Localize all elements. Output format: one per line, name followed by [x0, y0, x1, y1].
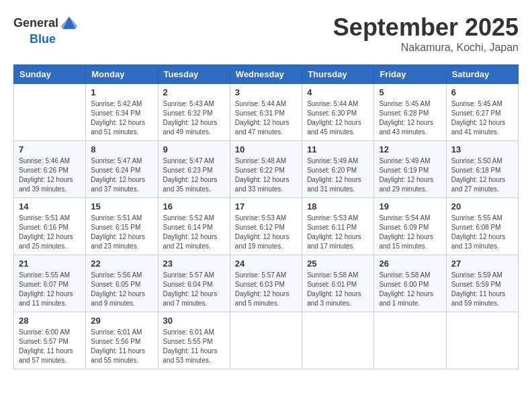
- weekday-header-row: SundayMondayTuesdayWednesdayThursdayFrid…: [14, 65, 519, 84]
- day-number: 16: [163, 201, 225, 212]
- day-number: 21: [19, 259, 81, 269]
- day-info: Sunrise: 5:57 AM Sunset: 6:04 PM Dayligh…: [163, 271, 225, 308]
- calendar-cell: [14, 84, 86, 141]
- calendar-week-row: 28Sunrise: 6:00 AM Sunset: 5:57 PM Dayli…: [14, 312, 519, 369]
- calendar-cell: 25Sunrise: 5:58 AM Sunset: 6:01 PM Dayli…: [302, 255, 374, 312]
- weekday-header-sunday: Sunday: [14, 65, 86, 84]
- day-number: 3: [235, 87, 297, 97]
- day-info: Sunrise: 5:51 AM Sunset: 6:16 PM Dayligh…: [19, 214, 81, 251]
- calendar-cell: 26Sunrise: 5:58 AM Sunset: 6:00 PM Dayli…: [374, 255, 446, 312]
- day-number: 30: [163, 316, 225, 326]
- calendar-cell: 22Sunrise: 5:56 AM Sunset: 6:05 PM Dayli…: [86, 255, 158, 312]
- calendar-cell: 27Sunrise: 5:59 AM Sunset: 5:59 PM Dayli…: [446, 255, 518, 312]
- day-info: Sunrise: 5:46 AM Sunset: 6:26 PM Dayligh…: [19, 156, 81, 194]
- day-info: Sunrise: 5:45 AM Sunset: 6:28 PM Dayligh…: [379, 99, 441, 137]
- day-number: 26: [379, 259, 441, 269]
- day-number: 12: [379, 144, 441, 154]
- day-info: Sunrise: 5:45 AM Sunset: 6:27 PM Dayligh…: [451, 99, 513, 137]
- weekday-header-saturday: Saturday: [446, 65, 518, 84]
- calendar-cell: 30Sunrise: 6:01 AM Sunset: 5:55 PM Dayli…: [158, 312, 230, 369]
- calendar-cell: 10Sunrise: 5:48 AM Sunset: 6:22 PM Dayli…: [230, 141, 302, 198]
- day-info: Sunrise: 5:53 AM Sunset: 6:12 PM Dayligh…: [235, 214, 297, 251]
- calendar-cell: 11Sunrise: 5:49 AM Sunset: 6:20 PM Dayli…: [302, 141, 374, 198]
- day-number: 10: [235, 144, 297, 154]
- day-number: 19: [379, 201, 441, 212]
- calendar-cell: 18Sunrise: 5:53 AM Sunset: 6:11 PM Dayli…: [302, 198, 374, 255]
- calendar-week-row: 14Sunrise: 5:51 AM Sunset: 6:16 PM Dayli…: [14, 198, 519, 255]
- day-number: 11: [307, 144, 369, 154]
- day-number: 20: [451, 201, 513, 212]
- calendar-cell: 15Sunrise: 5:51 AM Sunset: 6:15 PM Dayli…: [86, 198, 158, 255]
- calendar-week-row: 21Sunrise: 5:55 AM Sunset: 6:07 PM Dayli…: [14, 255, 519, 312]
- day-number: 14: [19, 201, 81, 212]
- day-number: 25: [307, 259, 369, 269]
- day-number: 15: [91, 201, 152, 212]
- day-info: Sunrise: 6:01 AM Sunset: 5:55 PM Dayligh…: [163, 328, 225, 365]
- weekday-header-thursday: Thursday: [302, 65, 374, 84]
- day-number: 8: [91, 144, 152, 154]
- calendar-cell: 19Sunrise: 5:54 AM Sunset: 6:09 PM Dayli…: [374, 198, 446, 255]
- calendar-cell: 4Sunrise: 5:44 AM Sunset: 6:30 PM Daylig…: [302, 84, 374, 141]
- day-info: Sunrise: 5:42 AM Sunset: 6:34 PM Dayligh…: [91, 99, 152, 137]
- calendar-cell: 3Sunrise: 5:44 AM Sunset: 6:31 PM Daylig…: [230, 84, 302, 141]
- logo-icon: [60, 13, 79, 32]
- day-number: 5: [379, 87, 441, 97]
- day-info: Sunrise: 5:44 AM Sunset: 6:31 PM Dayligh…: [235, 99, 297, 137]
- calendar-cell: 1Sunrise: 5:42 AM Sunset: 6:34 PM Daylig…: [86, 84, 158, 141]
- day-number: 2: [163, 87, 225, 97]
- day-info: Sunrise: 5:50 AM Sunset: 6:18 PM Dayligh…: [451, 156, 513, 194]
- calendar-cell: 13Sunrise: 5:50 AM Sunset: 6:18 PM Dayli…: [446, 141, 518, 198]
- day-number: 17: [235, 201, 297, 212]
- day-info: Sunrise: 5:57 AM Sunset: 6:03 PM Dayligh…: [235, 271, 297, 308]
- month-title: September 2025: [333, 13, 519, 42]
- day-number: 7: [19, 144, 81, 154]
- calendar-cell: 21Sunrise: 5:55 AM Sunset: 6:07 PM Dayli…: [14, 255, 86, 312]
- calendar-cell: 6Sunrise: 5:45 AM Sunset: 6:27 PM Daylig…: [446, 84, 518, 141]
- day-info: Sunrise: 5:51 AM Sunset: 6:15 PM Dayligh…: [91, 214, 152, 251]
- calendar-cell: 17Sunrise: 5:53 AM Sunset: 6:12 PM Dayli…: [230, 198, 302, 255]
- day-number: 9: [163, 144, 225, 154]
- calendar-cell: 5Sunrise: 5:45 AM Sunset: 6:28 PM Daylig…: [374, 84, 446, 141]
- weekday-header-monday: Monday: [86, 65, 158, 84]
- calendar-cell: 23Sunrise: 5:57 AM Sunset: 6:04 PM Dayli…: [158, 255, 230, 312]
- calendar-week-row: 1Sunrise: 5:42 AM Sunset: 6:34 PM Daylig…: [14, 84, 519, 141]
- calendar-cell: 29Sunrise: 6:01 AM Sunset: 5:56 PM Dayli…: [86, 312, 158, 369]
- day-number: 23: [163, 259, 225, 269]
- day-info: Sunrise: 5:55 AM Sunset: 6:08 PM Dayligh…: [451, 214, 513, 251]
- day-info: Sunrise: 5:47 AM Sunset: 6:24 PM Dayligh…: [91, 156, 152, 194]
- day-number: 27: [451, 259, 513, 269]
- title-block: September 2025 Nakamura, Kochi, Japan: [333, 13, 519, 54]
- day-number: 22: [91, 259, 152, 269]
- calendar-cell: 7Sunrise: 5:46 AM Sunset: 6:26 PM Daylig…: [14, 141, 86, 198]
- calendar-cell: 8Sunrise: 5:47 AM Sunset: 6:24 PM Daylig…: [86, 141, 158, 198]
- day-info: Sunrise: 6:00 AM Sunset: 5:57 PM Dayligh…: [19, 328, 81, 365]
- day-info: Sunrise: 5:49 AM Sunset: 6:19 PM Dayligh…: [379, 156, 441, 194]
- weekday-header-wednesday: Wednesday: [230, 65, 302, 84]
- day-number: 18: [307, 201, 369, 212]
- day-info: Sunrise: 5:44 AM Sunset: 6:30 PM Dayligh…: [307, 99, 369, 137]
- day-number: 4: [307, 87, 369, 97]
- page-header: General Blue September 2025 Nakamura, Ko…: [13, 13, 519, 54]
- day-info: Sunrise: 5:47 AM Sunset: 6:23 PM Dayligh…: [163, 156, 225, 194]
- calendar-cell: 9Sunrise: 5:47 AM Sunset: 6:23 PM Daylig…: [158, 141, 230, 198]
- calendar-cell: [230, 312, 302, 369]
- weekday-header-friday: Friday: [374, 65, 446, 84]
- location-title: Nakamura, Kochi, Japan: [333, 42, 519, 54]
- day-number: 13: [451, 144, 513, 154]
- day-number: 29: [91, 316, 152, 326]
- weekday-header-tuesday: Tuesday: [158, 65, 230, 84]
- day-number: 1: [91, 87, 152, 97]
- logo-blue-text: Blue: [30, 32, 56, 46]
- calendar-cell: 12Sunrise: 5:49 AM Sunset: 6:19 PM Dayli…: [374, 141, 446, 198]
- day-info: Sunrise: 5:55 AM Sunset: 6:07 PM Dayligh…: [19, 271, 81, 308]
- calendar-week-row: 7Sunrise: 5:46 AM Sunset: 6:26 PM Daylig…: [14, 141, 519, 198]
- day-info: Sunrise: 5:48 AM Sunset: 6:22 PM Dayligh…: [235, 156, 297, 194]
- day-info: Sunrise: 5:54 AM Sunset: 6:09 PM Dayligh…: [379, 214, 441, 251]
- day-info: Sunrise: 5:58 AM Sunset: 6:00 PM Dayligh…: [379, 271, 441, 308]
- calendar-cell: 20Sunrise: 5:55 AM Sunset: 6:08 PM Dayli…: [446, 198, 518, 255]
- day-info: Sunrise: 5:53 AM Sunset: 6:11 PM Dayligh…: [307, 214, 369, 251]
- day-number: 24: [235, 259, 297, 269]
- day-number: 28: [19, 316, 81, 326]
- day-info: Sunrise: 6:01 AM Sunset: 5:56 PM Dayligh…: [91, 328, 152, 365]
- logo: General Blue: [13, 13, 79, 46]
